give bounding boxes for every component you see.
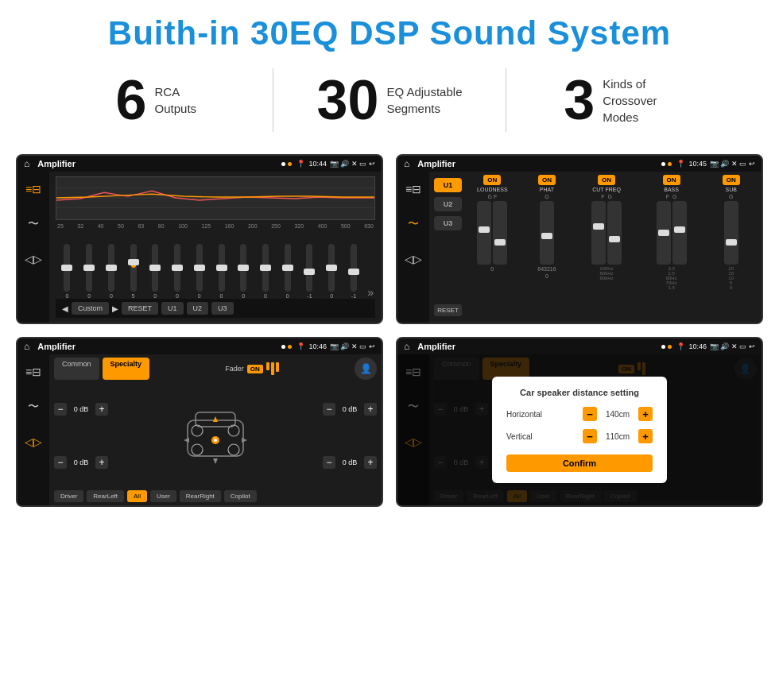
sub-slider[interactable] xyxy=(724,201,738,265)
expand-icon[interactable]: » xyxy=(366,286,374,299)
cutfreq-on-btn[interactable]: ON xyxy=(598,175,615,185)
fader-minus-2[interactable]: − xyxy=(323,403,335,416)
confirm-button[interactable]: Confirm xyxy=(506,454,653,472)
eq-slider-7[interactable]: 0 xyxy=(211,244,231,299)
eq-slider-13[interactable]: -1 xyxy=(344,244,364,299)
fader-db-row-1: − 0 dB + xyxy=(54,456,108,469)
dot2 xyxy=(288,162,292,166)
prev-icon[interactable]: ◀ xyxy=(62,304,68,313)
vertical-plus-btn[interactable]: + xyxy=(638,429,653,443)
loudness-on-btn[interactable]: ON xyxy=(483,175,501,185)
fader-user-icon-btn[interactable]: 👤 xyxy=(355,358,377,380)
loudness-f-slider[interactable] xyxy=(493,201,507,265)
eq-slider-5[interactable]: 0 xyxy=(168,244,188,299)
volume-icon[interactable]: ◁▷ xyxy=(22,248,45,270)
eq-slider-1[interactable]: 0 xyxy=(79,244,99,299)
vertical-minus-btn[interactable]: − xyxy=(583,429,597,443)
fader-all-btn[interactable]: All xyxy=(127,490,147,502)
bass-on-btn[interactable]: ON xyxy=(663,175,680,185)
fader-plus-3[interactable]: + xyxy=(364,456,377,469)
svg-point-5 xyxy=(192,425,203,436)
eq-slider-3[interactable]: 5 xyxy=(123,244,143,299)
fader-user-btn[interactable]: User xyxy=(150,490,176,502)
bass-g-slider[interactable] xyxy=(672,201,687,265)
phat-on-btn[interactable]: ON xyxy=(538,175,556,185)
eq-icon[interactable]: ≡⊟ xyxy=(22,178,45,200)
fader-on-badge[interactable]: ON xyxy=(247,365,263,373)
eq-slider-4[interactable]: 0 xyxy=(145,244,165,299)
fader-minus-0[interactable]: − xyxy=(54,403,67,416)
stats-row: 6 RCAOutputs 30 EQ AdjustableSegments 3 … xyxy=(0,60,779,146)
fader-on-row: Fader ON xyxy=(225,358,279,380)
cutfreq-g-slider[interactable] xyxy=(607,201,622,265)
eq-slider-2[interactable]: 0 xyxy=(101,244,121,299)
crossover-screen-wrapper: ⌂ Amplifier 📍 10:45 📷 🔊 ✕ ▭ ↩ ≡⊟ 〜 ◁▷ U1… xyxy=(396,154,763,324)
page-header: Buith-in 30EQ DSP Sound System xyxy=(0,0,779,60)
eq-slider-10[interactable]: 0 xyxy=(277,244,297,299)
fader-plus-0[interactable]: + xyxy=(95,403,108,416)
page-title: Buith-in 30EQ DSP Sound System xyxy=(16,14,763,52)
fader-driver-btn[interactable]: Driver xyxy=(54,490,83,502)
distance-screen-body: ≡⊟ 〜 ◁▷ Common Specialty ON 👤 xyxy=(397,354,762,505)
svg-marker-11 xyxy=(213,416,218,422)
wave-icon-2[interactable]: 〜 xyxy=(402,213,424,235)
eq-custom-btn[interactable]: Custom xyxy=(72,302,109,315)
fader-rearleft-btn[interactable]: RearLeft xyxy=(87,490,124,502)
phat-label: PHAT xyxy=(540,187,554,192)
cutfreq-freq-vals: 100Hz80kHz60kHz xyxy=(599,266,613,280)
home-icon-3[interactable]: ⌂ xyxy=(24,341,29,352)
fbar1 xyxy=(266,362,269,370)
fader-minus-3[interactable]: − xyxy=(323,456,335,469)
cutfreq-sliders xyxy=(591,201,622,265)
volume-icon-3[interactable]: ◁▷ xyxy=(22,431,45,453)
wave-icon[interactable]: 〜 xyxy=(22,213,45,235)
eq-icon-2[interactable]: ≡⊟ xyxy=(402,178,424,200)
eq-app-name: Amplifier xyxy=(37,159,277,168)
sub-on-btn[interactable]: ON xyxy=(723,175,740,185)
home-icon[interactable]: ⌂ xyxy=(24,158,29,169)
horizontal-minus-btn[interactable]: − xyxy=(583,407,597,421)
eq-slider-0[interactable]: 0 xyxy=(57,244,77,299)
horizontal-plus-btn[interactable]: + xyxy=(638,407,653,421)
home-icon-2[interactable]: ⌂ xyxy=(404,158,409,169)
loudness-g-slider[interactable] xyxy=(477,201,491,265)
home-icon-4[interactable]: ⌂ xyxy=(404,341,409,352)
bass-f-slider[interactable] xyxy=(657,201,671,265)
eq-slider-6[interactable]: 0 xyxy=(189,244,209,299)
wave-icon-3[interactable]: 〜 xyxy=(22,396,45,418)
eq-u1-btn[interactable]: U1 xyxy=(161,302,184,315)
crossover-reset-btn[interactable]: RESET xyxy=(434,304,462,316)
stat-eq-label: EQ AdjustableSegments xyxy=(386,83,462,117)
stat-eq-number: 30 xyxy=(317,72,379,128)
distance-status-icons: 📍 10:46 📷 🔊 ✕ ▭ ↩ xyxy=(676,342,755,350)
volume-icon-2[interactable]: ◁▷ xyxy=(402,248,424,270)
preset-u3[interactable]: U3 xyxy=(434,216,462,230)
eq-u3-btn[interactable]: U3 xyxy=(211,302,234,315)
preset-u1[interactable]: U1 xyxy=(434,178,462,192)
eq-u2-btn[interactable]: U2 xyxy=(187,302,209,315)
fader-copilot-btn[interactable]: Copilot xyxy=(224,490,257,502)
eq-slider-9[interactable]: 0 xyxy=(256,244,276,299)
eq-reset-btn[interactable]: RESET xyxy=(122,302,158,315)
next-icon[interactable]: ▶ xyxy=(112,304,118,313)
cutfreq-f-slider[interactable] xyxy=(591,201,606,265)
eq-slider-8[interactable]: 0 xyxy=(234,244,254,299)
crossover-sliders-area: ON LOUDNESS GF 0 xyxy=(467,175,757,319)
bass-col: ON BASS FG 3.02.590Hz70Hz1.5 xyxy=(641,175,703,319)
stat-rca-number: 6 xyxy=(116,72,147,128)
phat-slider[interactable] xyxy=(540,201,554,265)
fader-plus-2[interactable]: + xyxy=(364,403,377,416)
fader-tab-specialty[interactable]: Specialty xyxy=(103,358,150,380)
eq-slider-12[interactable]: 0 xyxy=(322,244,342,299)
fader-minus-1[interactable]: − xyxy=(54,456,67,469)
preset-u2[interactable]: U2 xyxy=(434,197,462,211)
stat-crossover-number: 3 xyxy=(564,72,595,128)
fader-plus-1[interactable]: + xyxy=(95,456,108,469)
eq-slider-11[interactable]: -1 xyxy=(300,244,320,299)
eq-icon-3[interactable]: ≡⊟ xyxy=(22,361,45,383)
stat-crossover-label: Kinds ofCrossover Modes xyxy=(603,75,682,126)
fader-rearright-btn[interactable]: RearRight xyxy=(180,490,221,502)
sub-g: G xyxy=(729,194,733,199)
svg-marker-14 xyxy=(242,438,247,443)
fader-tab-common[interactable]: Common xyxy=(54,358,99,380)
